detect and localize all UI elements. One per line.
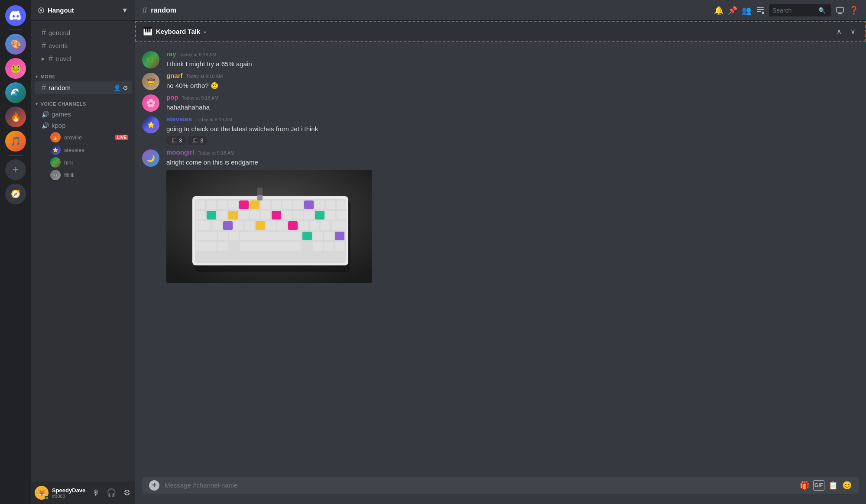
sticker-button[interactable]: 📋 [828,480,838,491]
search-input[interactable] [772,7,816,14]
channel-item-kpop[interactable]: 🔊 kpop [35,120,132,131]
svg-rect-23 [304,200,314,209]
msg-text-gnarf: no 40% ortho? 🤨 [166,81,859,90]
server-icon-5[interactable]: 🎵 [5,131,26,152]
server-name-area: Hangout [38,6,74,14]
server-icon-3[interactable]: 🌊 [5,82,26,103]
voice-user-hihi[interactable]: 🌿 hihi [35,156,132,168]
screen-button[interactable] [835,5,845,16]
reaction-hat-1[interactable]: 🎩 3 [166,136,186,145]
user-settings-button[interactable]: ⚙ [120,486,134,500]
msg-text-ray: I think I might try a 65% again [166,59,859,68]
svg-rect-20 [272,200,281,209]
add-server-button[interactable]: + [5,159,26,180]
svg-rect-66 [324,242,334,251]
emoji-button[interactable]: 😊 [842,480,852,491]
svg-rect-41 [196,221,211,230]
settings-icon[interactable]: ⚙ [123,84,128,91]
discover-button[interactable]: 🧭 [5,184,26,204]
channel-item-events[interactable]: # events [35,39,132,52]
username-fiiiiiiii: fiiiiiii [64,172,75,178]
category-more-chevron: ▼ [35,74,39,79]
hash-icon-travel: # [49,54,53,63]
help-button[interactable]: ❓ [849,5,859,16]
thread-banner-chevron[interactable]: ⌄ [203,28,207,34]
server-header[interactable]: Hangout ▼ [31,0,135,21]
reaction-hat-2[interactable]: 🎩 3 [188,136,207,145]
add-member-icon[interactable]: 👤 [114,84,121,91]
category-more[interactable]: ▼ MORE [31,67,135,81]
pin-button[interactable]: 📌 [727,5,738,16]
svg-rect-52 [321,221,330,230]
server-list-divider-2 [9,155,23,156]
server-list-divider [9,29,23,30]
channel-header-hash-icon: # [142,5,147,16]
user-info: SpeedyDave #0000 [52,487,85,499]
keyboard-image-svg [166,170,372,283]
gift-button[interactable]: 🎁 [799,480,810,491]
svg-rect-34 [272,211,281,220]
server-icon-2[interactable]: 🐸 [5,58,26,79]
voice-user-oroville[interactable]: 🔥 oroville LIVE [35,131,132,143]
channel-item-general[interactable]: # general [35,26,132,39]
channel-item-random[interactable]: # random 👤 ⚙ [35,81,132,94]
avatar-stevsies: ⭐ [142,116,159,133]
svg-rect-21 [282,200,292,209]
discord-home-button[interactable] [5,5,26,26]
msg-timestamp-gnarf: Today at 9:18 AM [186,74,223,79]
svg-rect-43 [223,221,233,230]
server-dropdown-icon[interactable]: ▼ [121,6,128,14]
messages-area[interactable]: 🌿 ray Today at 9:18 AM I think I might t… [135,42,866,477]
msg-content-ray: ray Today at 9:18 AM I think I might try… [166,50,859,68]
gif-button[interactable]: GIF [813,480,824,491]
message-input[interactable] [165,477,794,494]
msg-author-pop: pop [166,94,178,101]
channel-name-kpop: kpop [52,122,128,129]
msg-text-moongirl: alright come on this is endgame [166,158,859,167]
channel-name-travel: travel [55,55,128,62]
msg-reactions-stevsies: 🎩 3 🎩 3 [166,136,859,145]
svg-rect-17 [239,200,249,209]
svg-rect-28 [207,211,216,220]
search-bar[interactable]: 🔍 [769,4,831,16]
mute-button[interactable]: 🎙 [89,486,103,500]
thread-expand-button[interactable]: ∨ [848,26,858,36]
svg-rect-56 [229,232,239,240]
input-actions: 🎁 GIF 📋 😊 [799,480,852,491]
inbox-button[interactable] [755,5,765,16]
thread-collapse-button[interactable]: ∧ [834,26,844,36]
channel-item-games[interactable]: 🔊 games [35,109,132,120]
svg-rect-19 [261,200,270,209]
svg-rect-36 [293,211,303,220]
headset-button[interactable]: 🎧 [104,486,118,500]
message-gnarf: 🤠 gnarf Today at 9:18 AM no 40% ortho? 🤨 [135,70,866,92]
members-button[interactable]: 👥 [741,5,752,16]
svg-rect-51 [310,221,319,230]
notification-bell-button[interactable]: 🔔 [714,5,724,16]
username-oroville: oroville [64,134,82,141]
message-stevsies: ⭐ stevsies Today at 9:18 AM going to che… [135,113,866,147]
channel-name-games: games [52,110,128,118]
search-icon: 🔍 [818,7,826,14]
msg-text-stevsies: going to check out the latest switches f… [166,124,859,133]
msg-header-ray: ray Today at 9:18 AM [166,50,859,58]
svg-rect-38 [315,211,324,220]
reaction-emoji-2: 🎩 [191,137,198,144]
voice-category-chevron: ▼ [35,102,39,106]
msg-author-moongirl: moongirl [166,149,194,156]
voice-user-stevsies[interactable]: ⭐ stevsies [35,144,132,156]
svg-rect-31 [239,211,249,220]
svg-rect-13 [196,200,205,209]
svg-rect-7 [838,13,842,14]
server-icon-1[interactable]: 🎨 [5,34,26,55]
channel-item-travel[interactable]: ▶ # travel [35,52,132,65]
server-icon-4[interactable]: 🔥 [5,107,26,127]
category-voice[interactable]: ▼ VOICE CHANNELS [31,94,135,108]
msg-content-stevsies: stevsies Today at 9:18 AM going to check… [166,115,859,145]
svg-rect-26 [337,200,346,209]
voice-user-fiiiiiiii[interactable]: 👓 fiiiiiii [35,169,132,181]
avatar-ray: 🌿 [142,51,159,68]
msg-timestamp-pop: Today at 9:18 AM [182,95,219,100]
speaker-icon-games: 🔊 [42,111,49,118]
add-content-button[interactable]: + [149,480,159,491]
